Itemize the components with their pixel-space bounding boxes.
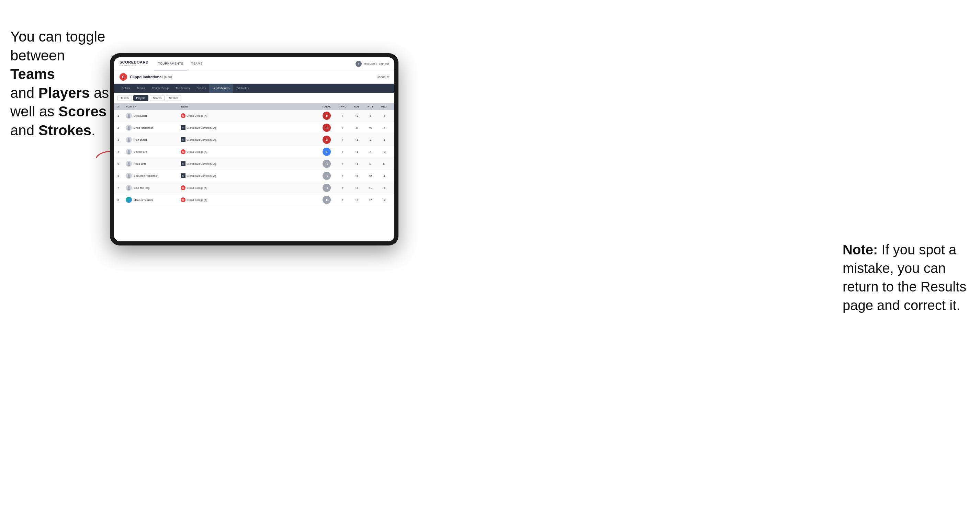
score-badge: +11 [323, 196, 331, 204]
table-row: 8 Marcus Turners CClippd College [A] +11… [114, 194, 395, 206]
player-avatar [126, 173, 132, 179]
tab-printables[interactable]: Printables [233, 84, 252, 93]
col-header-rank: # [118, 105, 126, 108]
svg-point-5 [128, 138, 130, 140]
score-badge: -8 [323, 111, 331, 120]
sub-tab-scores[interactable]: Scores [150, 95, 164, 101]
svg-point-13 [128, 186, 130, 188]
tab-results[interactable]: Results [193, 84, 209, 93]
svg-point-12 [127, 176, 130, 178]
nav-links: TOURNAMENTS TEAMS [154, 57, 355, 70]
svg-point-3 [128, 126, 130, 128]
left-annotation: You can toggle between Teams and Players… [10, 27, 110, 140]
note-label: Note: [843, 242, 878, 257]
col-header-rd1: RD1 [350, 105, 363, 108]
svg-point-1 [128, 114, 130, 116]
score-badge: -4 [323, 124, 331, 132]
player-avatar [126, 125, 132, 131]
table-row: 6 Cameron Robertson SUScoreboard Univers… [114, 170, 395, 182]
user-avatar: T [356, 61, 362, 67]
score-badge: +1 [323, 160, 331, 168]
player-avatar [126, 161, 132, 167]
annotation-line2: between [10, 48, 65, 63]
tab-details[interactable]: Details [118, 84, 133, 93]
svg-point-10 [127, 165, 130, 166]
tablet-screen: SCOREBOARD Powered by clippd TOURNAMENTS… [114, 57, 395, 241]
score-badge: E [323, 148, 331, 156]
svg-point-14 [127, 189, 130, 190]
leaderboard-table: # PLAYER TEAM TOTAL THRU RD1 RD2 RD3 1 E… [114, 103, 395, 241]
tournament-subtitle: (Men) [164, 75, 172, 79]
user-label: Test User | [364, 62, 377, 65]
sub-tab-teams[interactable]: Teams [118, 95, 132, 101]
logo-subtitle: Powered by clippd [119, 64, 148, 67]
player-avatar [126, 137, 132, 143]
table-row: 2 Chris Robertson SUScoreboard Universit… [114, 122, 395, 134]
cancel-button[interactable]: Cancel × [377, 75, 389, 79]
tablet-frame: SCOREBOARD Powered by clippd TOURNAMENTS… [110, 53, 398, 246]
svg-point-9 [128, 162, 130, 164]
tab-course-setup[interactable]: Course Setup [148, 84, 172, 93]
score-badge: +6 [323, 171, 331, 180]
tab-teams[interactable]: Teams [133, 84, 148, 93]
table-row: 5 Rees Britt SUScoreboard University [A]… [114, 158, 395, 170]
svg-point-2 [127, 116, 130, 118]
score-badge: +8 [323, 184, 331, 192]
col-header-rd3: RD3 [377, 105, 391, 108]
player-avatar [126, 113, 132, 119]
col-header-player: PLAYER [126, 105, 181, 108]
sub-tab-strokes[interactable]: Strokes [166, 95, 181, 101]
svg-point-11 [128, 175, 130, 176]
annotation-strokes: Strokes [38, 122, 91, 138]
right-annotation: Note: If you spot a mistake, you can ret… [843, 240, 970, 314]
annotation-teams: Teams [10, 66, 55, 82]
tab-tee-groups[interactable]: Tee Groups [172, 84, 193, 93]
tab-bar: Details Teams Course Setup Tee Groups Re… [114, 84, 395, 93]
table-row: 3 Rich Butler SUScoreboard University [A… [114, 134, 395, 146]
tab-leaderboards[interactable]: Leaderboards [209, 84, 233, 93]
sub-tab-players[interactable]: Players [133, 95, 149, 101]
col-header-total: TOTAL [317, 105, 336, 108]
sign-out-link[interactable]: Sign out [379, 62, 389, 65]
svg-point-6 [127, 140, 130, 142]
svg-point-4 [127, 129, 130, 130]
table-header: # PLAYER TEAM TOTAL THRU RD1 RD2 RD3 [114, 103, 395, 110]
svg-point-8 [127, 152, 130, 154]
player-avatar [126, 149, 132, 155]
table-row: 1 Elliot Ebert CClippd College [A] -8 F … [114, 110, 395, 122]
table-row: 4 David Ford CClippd College [A] E F +1 … [114, 146, 395, 158]
player-avatar [126, 197, 132, 203]
annotation-players: Players [38, 85, 90, 101]
col-header-rd2: RD2 [363, 105, 377, 108]
nav-right: T Test User | Sign out [356, 61, 389, 67]
table-row: 7 Blair McHarg CClippd College [A] +8 F … [114, 182, 395, 194]
app-logo: SCOREBOARD [119, 60, 148, 64]
sub-tab-bar: Teams Players Scores Strokes [114, 93, 395, 103]
tournament-title: Clippd Invitational [130, 75, 162, 79]
annotation-line1: You can toggle [10, 29, 105, 44]
nav-tournaments[interactable]: TOURNAMENTS [154, 57, 187, 70]
top-nav: SCOREBOARD Powered by clippd TOURNAMENTS… [114, 57, 395, 70]
score-badge: -2 [323, 136, 331, 144]
svg-point-7 [128, 150, 130, 152]
annotation-scores: Scores [58, 103, 107, 119]
logo-area: SCOREBOARD Powered by clippd [119, 60, 148, 67]
col-header-thru: THRU [336, 105, 350, 108]
tournament-logo: C [119, 73, 127, 81]
player-avatar [126, 185, 132, 191]
tournament-header: C Clippd Invitational (Men) Cancel × [114, 70, 395, 84]
nav-teams[interactable]: TEAMS [187, 57, 207, 70]
col-header-team: TEAM [181, 105, 317, 108]
